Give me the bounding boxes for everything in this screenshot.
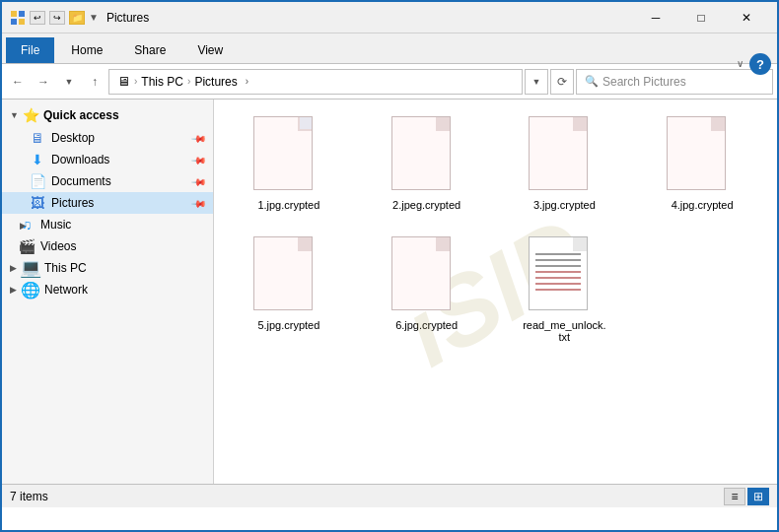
file-item-2[interactable]: 2.jpeg.crypted (360, 107, 494, 220)
sidebar-label-network: Network (44, 283, 88, 297)
file-icon-1 (253, 116, 324, 195)
chevron-down-icon: ∨ (737, 58, 744, 69)
list-view-button[interactable]: ≡ (724, 488, 745, 505)
file-item-6[interactable]: 6.jpg.crypted (360, 228, 494, 352)
downloads-icon: ⬇ (30, 152, 45, 167)
search-icon: 🔍 (585, 75, 599, 88)
qat-btn-1[interactable]: ↩ (30, 11, 45, 25)
qat-dropdown[interactable]: ▼ (89, 12, 99, 23)
quick-access-star-icon: ⭐ (23, 107, 39, 123)
file-name-1: 1.jpg.crypted (257, 199, 319, 211)
file-name-3: 3.jpg.crypted (533, 199, 596, 211)
title-bar: ↩ ↪ 📁 ▼ Pictures ─ □ ✕ (2, 2, 777, 33)
address-path[interactable]: 🖥 › This PC › Pictures › (108, 69, 523, 95)
svg-rect-1 (19, 11, 25, 17)
svg-rect-3 (19, 19, 25, 25)
view-toggle: ≡ ⊞ (724, 488, 769, 505)
sidebar-item-this-pc[interactable]: ▶ 💻 This PC (2, 257, 213, 279)
pin-icon-downloads: 📌 (191, 152, 207, 167)
file-item-7[interactable]: read_me_unlock.txt (498, 228, 632, 352)
search-placeholder: Search Pictures (602, 75, 686, 89)
music-icon: ♫ (19, 217, 35, 233)
sidebar-label-pictures: Pictures (51, 196, 94, 210)
path-pictures: Pictures (194, 75, 237, 89)
documents-icon: 📄 (30, 173, 45, 189)
file-item-4[interactable]: 4.jpg.crypted (635, 107, 769, 220)
sidebar-label-downloads: Downloads (51, 153, 109, 166)
ribbon-tabs: File Home Share View (2, 33, 777, 63)
sidebar-label-desktop: Desktop (51, 131, 95, 145)
recent-dropdown-button[interactable]: ▼ (57, 70, 81, 94)
sidebar-section-label-quick-access: Quick access (43, 108, 119, 122)
tab-view[interactable]: View (182, 37, 238, 63)
quick-access-toolbar: ↩ ↪ 📁 ▼ (30, 11, 99, 25)
pin-icon-documents: 📌 (191, 173, 207, 189)
file-icon-3 (529, 116, 600, 195)
back-button[interactable]: ← (6, 70, 30, 94)
main-container: ▼ ⭐ Quick access 🖥 Desktop 📌 ⬇ Downloads… (2, 100, 777, 484)
window-title: Pictures (106, 11, 633, 25)
file-name-7: read_me_unlock.txt (523, 319, 605, 343)
tab-home[interactable]: Home (56, 37, 117, 63)
pin-icon-desktop: 📌 (191, 130, 207, 146)
path-end-arrow: › (246, 76, 248, 87)
qat-btn-3[interactable]: 📁 (69, 11, 85, 25)
tab-file[interactable]: File (6, 37, 54, 63)
sidebar-section-quick-access[interactable]: ▼ ⭐ Quick access (2, 103, 213, 127)
file-icon-6 (391, 236, 462, 315)
up-button[interactable]: ↑ (83, 70, 106, 94)
sidebar-item-videos[interactable]: ▶ 🎬 Videos (2, 235, 213, 257)
sidebar-label-this-pc: This PC (44, 261, 87, 275)
grid-view-button[interactable]: ⊞ (747, 488, 769, 505)
sidebar-item-desktop[interactable]: 🖥 Desktop 📌 (2, 127, 213, 149)
file-name-2: 2.jpeg.crypted (392, 199, 460, 211)
this-pc-expand-arrow: ▶ (10, 263, 17, 273)
network-icon: 🌐 (23, 282, 38, 298)
file-item-3[interactable]: 3.jpg.crypted (498, 107, 632, 220)
file-name-5: 5.jpg.crypted (257, 319, 319, 331)
file-icon-2 (391, 116, 462, 195)
minimize-button[interactable]: ─ (633, 2, 678, 33)
expand-icon: ▼ (10, 110, 19, 120)
window-icon (10, 10, 26, 26)
refresh-button[interactable]: ⟳ (550, 69, 574, 95)
desktop-icon: 🖥 (30, 130, 45, 146)
maximize-button[interactable]: □ (678, 2, 724, 33)
content-area: iSID 1.jpg.crypted 2.jpeg.crypted (214, 100, 777, 484)
pin-icon-pictures: 📌 (191, 195, 207, 211)
close-button[interactable]: ✕ (724, 2, 769, 33)
qat-btn-2[interactable]: ↪ (49, 11, 65, 25)
file-grid: 1.jpg.crypted 2.jpeg.crypted 3.jpg.c (222, 107, 769, 352)
sidebar-item-network[interactable]: ▶ 🌐 Network (2, 279, 213, 300)
network-expand-arrow: ▶ (10, 285, 17, 295)
file-item-5[interactable]: 5.jpg.crypted (222, 228, 356, 352)
address-dropdown-button[interactable]: ▼ (525, 69, 548, 95)
file-icon-5 (253, 236, 324, 315)
file-icon-4 (667, 116, 738, 195)
address-icon: 🖥 (117, 74, 130, 89)
path-this-pc: This PC (141, 75, 183, 89)
sidebar-item-documents[interactable]: 📄 Documents 📌 (2, 170, 213, 192)
tab-share[interactable]: Share (119, 37, 180, 63)
sidebar: ▼ ⭐ Quick access 🖥 Desktop 📌 ⬇ Downloads… (2, 100, 214, 484)
this-pc-icon: 💻 (23, 260, 38, 276)
search-box[interactable]: 🔍 Search Pictures (576, 69, 773, 95)
ribbon: File Home Share View ∨ ? (2, 33, 777, 64)
file-name-6: 6.jpg.crypted (395, 319, 458, 331)
file-item-1[interactable]: 1.jpg.crypted (222, 107, 356, 220)
pictures-icon: 🖼 (30, 195, 45, 211)
status-bar: 7 items ≡ ⊞ (2, 484, 777, 507)
help-button[interactable]: ? (749, 53, 771, 75)
forward-button[interactable]: → (32, 70, 55, 94)
window-controls: ─ □ ✕ (633, 2, 769, 33)
item-count: 7 items (10, 490, 48, 503)
ribbon-collapse-btn[interactable]: ∨ (737, 56, 744, 70)
sidebar-item-pictures[interactable]: 🖼 Pictures 📌 (2, 192, 213, 214)
path-separator-1: › (134, 76, 137, 87)
file-icon-7 (529, 236, 600, 315)
sidebar-item-music[interactable]: ▶ ♫ Music (2, 214, 213, 235)
sidebar-label-music: Music (40, 218, 71, 232)
sidebar-label-videos: Videos (40, 239, 76, 253)
sidebar-item-downloads[interactable]: ⬇ Downloads 📌 (2, 149, 213, 170)
path-separator-2: › (187, 76, 190, 87)
